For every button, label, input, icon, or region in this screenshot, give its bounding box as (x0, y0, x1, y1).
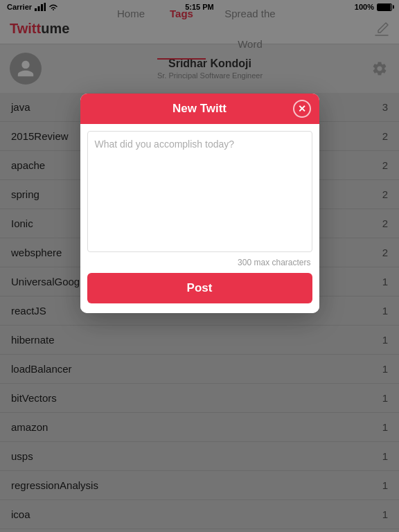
char-count: 300 max characters (87, 255, 312, 273)
post-button[interactable]: Post (87, 273, 312, 303)
modal-title: New Twitt (172, 102, 227, 116)
new-twitt-modal: New Twitt ✕ 300 max characters Post (80, 94, 319, 313)
modal-body: 300 max characters Post (80, 124, 319, 313)
modal-close-button[interactable]: ✕ (293, 100, 311, 118)
modal-overlay: New Twitt ✕ 300 max characters Post (0, 0, 399, 532)
modal-header: New Twitt ✕ (80, 94, 319, 124)
twitt-input[interactable] (87, 131, 312, 252)
